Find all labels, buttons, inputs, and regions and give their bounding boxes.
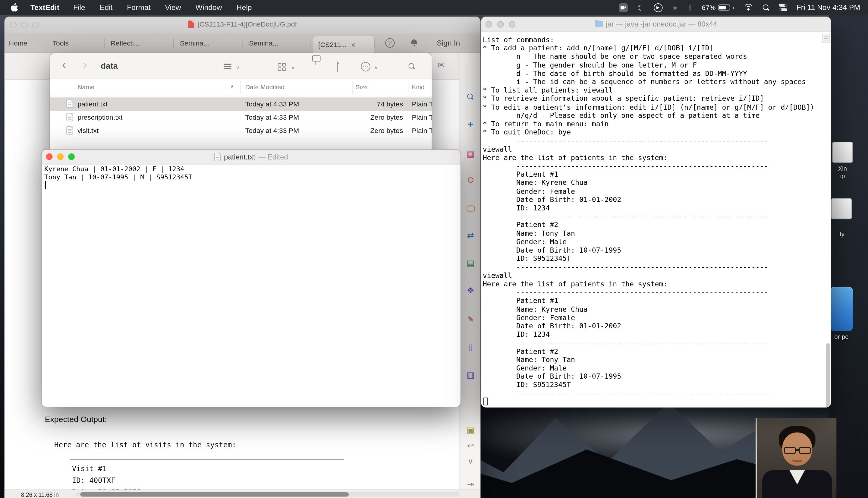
menu-window[interactable]: Window [188,3,229,12]
close-button[interactable] [485,21,492,27]
horizontal-scrollbar-thumb[interactable] [80,492,349,497]
zoom-button[interactable] [32,22,39,28]
chevron-down-icon[interactable]: ∨ [291,65,295,70]
edited-badge: — Edited [258,153,288,161]
menu-view[interactable]: View [158,3,188,12]
fill-sign-icon[interactable]: ▯ [460,341,480,353]
vertical-scrollbar-thumb[interactable] [826,343,830,408]
tab-label: [CS211... [318,41,347,49]
photo-glasses-bridge [796,449,799,451]
column-header-kind[interactable]: Kind [412,83,425,90]
menu-file[interactable]: File [66,3,93,12]
menu-bar-status: ☾ ▶ ∗ ᛒ 67% Fri 11 Nov 4:34 PM [619,3,868,12]
notification-bell-icon[interactable] [411,39,417,47]
menu-edit[interactable]: Edit [93,3,120,12]
portrait-photo [756,418,836,498]
highlight-icon[interactable]: ✎ [460,314,480,326]
battery-indicator[interactable]: 67% [702,4,734,11]
menu-help[interactable]: Help [229,3,259,12]
zoom-app-icon[interactable] [619,3,627,12]
back-icon[interactable]: ‹ [62,57,66,72]
convert-icon[interactable]: ⇄ [460,229,480,241]
file-date-modified: Today at 4:33 PM [245,113,299,121]
column-separator[interactable] [352,81,352,94]
column-separator[interactable] [240,81,241,94]
zoom-button[interactable] [509,21,516,27]
minimize-button[interactable] [21,22,28,28]
finder-toolbar: ‹ › data ∨ ∨ ⋯ ∨ [50,53,431,78]
column-separator[interactable] [409,81,409,94]
close-button[interactable] [10,22,16,28]
chevron-down-icon[interactable]: ∨ [236,65,239,70]
pdf-tab-5[interactable]: Semina... [249,39,279,47]
comment-icon[interactable] [460,202,480,215]
help-icon[interactable]: ? [385,38,395,48]
bluetooth-icon[interactable]: ᛒ [688,4,692,11]
add-page-icon[interactable]: + [460,118,480,131]
active-app-menu[interactable]: TextEdit [24,3,66,12]
minimize-button[interactable] [57,154,64,160]
file-row-patient.txt[interactable]: patient.txtToday at 4:33 PM74 bytesPlain… [50,97,431,110]
tab-active-document[interactable]: [CS211... × [313,36,374,53]
desktop-icon-file-1[interactable]: Xin ip [828,142,857,180]
file-date-modified: Today at 4:33 PM [245,127,299,134]
forms-icon[interactable]: ▥ [460,369,480,381]
edit-object-icon[interactable]: ❖ [460,285,480,297]
menu-format[interactable]: Format [120,3,158,12]
delete-pages-icon[interactable]: ⊖ [460,174,480,186]
undo-icon[interactable]: ↩ [460,440,480,451]
desktop-icon-file-2[interactable]: ity [827,198,856,238]
zoom-button[interactable] [68,154,75,160]
control-center-icon[interactable] [779,4,787,11]
column-header-name[interactable]: Name [78,83,94,90]
close-button[interactable] [46,154,52,160]
file-row-prescription.txt[interactable]: prescription.txtToday at 4:33 PMZero byt… [50,110,431,124]
desktop-icon-app[interactable]: or-pe [827,287,856,340]
column-header-size[interactable]: Size [355,83,368,90]
minimize-button[interactable] [497,21,504,27]
mail-icon[interactable]: ✉ [438,60,445,70]
apple-menu-icon[interactable] [10,2,18,12]
sign-in-button[interactable]: Sign In [437,39,460,47]
list-view-icon[interactable] [224,62,231,69]
media-icon[interactable]: ▤ [460,257,480,269]
document-name: patient.txt [224,153,255,161]
search-icon[interactable] [409,62,415,72]
group-view-icon[interactable] [278,62,286,71]
textedit-content[interactable]: Kyrene Chua | 01-01-2002 | F | 1234 Tony… [44,165,192,181]
finder-file-list: patient.txtToday at 4:33 PM74 bytesPlain… [50,97,431,137]
file-date-modified: Today at 4:33 PM [245,100,299,108]
tab-separator [242,38,243,48]
focus-moon-icon[interactable]: ☾ [637,4,644,11]
desktop-icon-label: or-pe [827,333,856,341]
pdf-tab-3[interactable]: Reflecti... [111,39,139,47]
display-icon[interactable]: ∗ [672,4,678,11]
collapse-icon[interactable]: ∨ [460,455,480,467]
spotlight-search-icon[interactable] [762,4,769,11]
menu-bar-clock[interactable]: Fri 11 Nov 4:34 PM [797,3,860,12]
column-header-date[interactable]: Date Modified [245,83,284,90]
play-icon[interactable]: ▶ [653,3,662,12]
file-name: prescription.txt [78,113,122,121]
terminal-scroll-corner[interactable] [822,34,830,42]
clipboard-icon[interactable]: ▣ [460,424,480,436]
wifi-icon[interactable] [743,4,753,11]
pdf-file-icon [188,21,194,28]
organize-pages-icon[interactable]: ▦ [460,148,480,160]
more-options-icon[interactable]: ⋯ [361,62,370,71]
search-tool-icon[interactable] [460,91,480,103]
pdf-tab-1[interactable]: Home [9,39,27,47]
pdf-tab-2[interactable]: Tools [52,39,69,47]
pdf-tab-4[interactable]: Semina... [180,39,209,47]
horizontal-scrollbar[interactable] [75,492,459,497]
dock-right-icon[interactable]: ⇥ [460,479,480,490]
tab-close-icon[interactable]: × [351,41,356,49]
chevron-down-icon[interactable]: ∨ [374,65,378,70]
terminal-output: List of commands: * To add a patient: ad… [483,36,814,398]
finder-column-headers: Name ∧ Date Modified Size Kind [50,79,431,96]
forward-icon[interactable]: › [83,57,87,72]
blue-app-icon [830,287,853,331]
file-row-visit.txt[interactable]: visit.txtToday at 4:33 PMZero bytesPlain… [50,124,431,137]
tag-icon[interactable] [337,62,338,72]
textedit-titlebar: patient.txt — Edited [42,149,460,165]
